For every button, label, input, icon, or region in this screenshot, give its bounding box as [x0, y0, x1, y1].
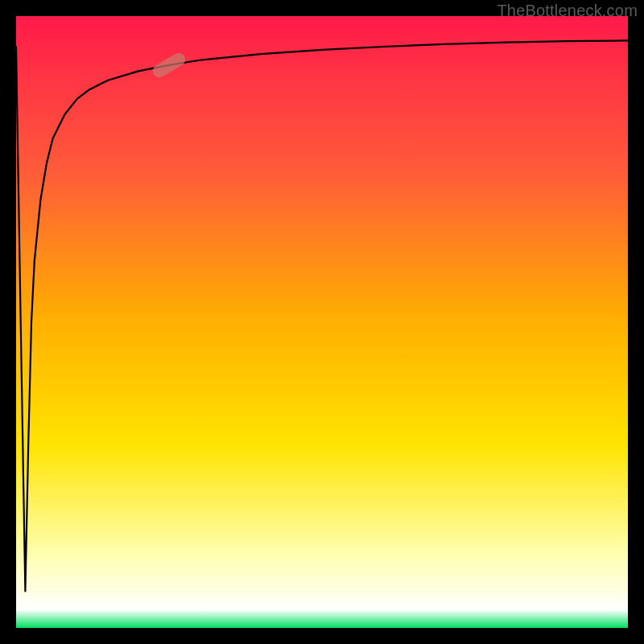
watermark-text: TheBottleneck.com — [497, 2, 638, 20]
bottleneck-curve — [16, 16, 628, 628]
chart-container: TheBottleneck.com — [0, 0, 644, 644]
plot-area — [16, 16, 628, 628]
